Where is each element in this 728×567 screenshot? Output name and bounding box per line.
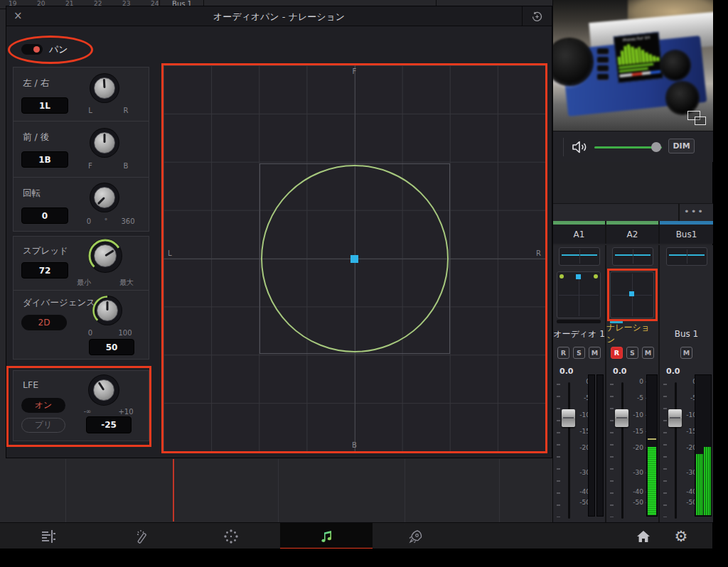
track-name-bus[interactable]: Bus 1 [660,325,713,342]
reset-history-icon [531,11,543,23]
mute-button-a2[interactable]: M [642,347,654,359]
divergence-knob[interactable] [93,296,122,325]
color-dots-icon[interactable] [223,528,240,545]
playhead[interactable] [173,459,174,522]
fader-ticks [610,384,614,517]
page-tab-bar: ⚙ [0,522,712,549]
knob-min-label: 0 [82,217,96,225]
control-label: 回転 [23,188,41,200]
mixer-options-icon[interactable]: ••• [684,206,705,217]
control-label: LFE [23,379,38,390]
surround-pan-grid[interactable]: F B L R [164,65,545,451]
volume-handle[interactable] [651,142,661,152]
meter-fill [696,454,703,515]
front-back-knob[interactable] [90,129,119,157]
mute-button-a1[interactable]: M [589,347,601,359]
front-back-value[interactable]: 1B [21,151,68,168]
home-icon[interactable] [635,528,652,545]
eq-thumbnail-bus[interactable] [666,247,707,266]
rotation-knob[interactable] [90,183,119,212]
mixer-menu-row: ••• [553,203,713,221]
media-pool-icon[interactable] [40,528,57,545]
record-arm-button-a2[interactable]: R [611,347,623,359]
control-label: 左 / 右 [23,77,49,90]
device-knob [661,51,690,80]
video-preview[interactable]: Phones Out 3/4 [553,0,713,131]
pan-basic-group: 左 / 右 1L L R 前 / 後 1B F B 回転 0 [13,67,149,232]
lfe-knob[interactable] [89,375,119,405]
automation-bar [557,320,601,323]
lfe-on-button[interactable]: オン [21,398,65,413]
knob-max-label: 100 [114,329,136,337]
knob-max-label: B [119,162,133,170]
channel-tab-bus[interactable]: Bus1 [660,225,713,244]
davinci-fairlight-screen: 19 20 21 22 23 24 Bus 1 × オーディオパン - ナレーシ… [0,0,728,567]
rotation-value[interactable]: 0 [21,207,68,224]
level-meter-a1-left [588,374,595,517]
knob-min-label: -∞ [79,408,96,415]
channel-tab-a2[interactable]: A2 [606,225,658,244]
pan-thumbnail-a2[interactable] [610,271,654,318]
pan-position-marker [576,274,581,279]
knob-max-label: +10 [116,408,136,416]
lfe-value[interactable]: -25 [86,416,132,433]
fader-handle-bus[interactable] [668,409,682,427]
knob-pointer [104,134,106,143]
divergence-value[interactable]: 50 [89,339,134,355]
separator [678,204,680,222]
device-spectrum [616,40,660,65]
pan-thumbnail-a1[interactable] [557,271,601,318]
deliver-rocket-icon[interactable] [407,528,424,545]
edit-wand-icon[interactable] [134,528,151,545]
spread-knob[interactable] [89,239,122,272]
left-right-knob[interactable] [90,74,119,102]
grid-label-front: F [353,68,357,75]
timeline-gridline [499,459,500,522]
spread-value[interactable]: 72 [21,262,68,279]
knob-face [93,379,114,401]
control-label: ダイバージェンス [23,297,95,309]
pan-toggle[interactable] [21,44,43,55]
settings-gear-icon[interactable]: ⚙ [673,528,690,545]
track-name-a2[interactable]: ナレーション [606,325,658,342]
lfe-pre-button[interactable]: プリ [21,418,65,433]
divergence-mode-button[interactable]: 2D [21,315,67,330]
eq-thumbnail-a1[interactable] [559,247,600,266]
fader-handle-a1[interactable] [562,409,575,427]
level-meter-a1-right [596,374,604,517]
eq-thumbnail-a2[interactable] [612,247,653,266]
pan-puck[interactable] [350,255,358,263]
fader-track [568,382,570,519]
control-lfe: LFE オン -∞ +10 プリ -25 [14,371,149,441]
mute-button-bus[interactable]: M [680,347,692,359]
screen-margin [713,0,728,567]
record-arm-button-a1[interactable]: R [557,347,569,359]
solo-button-a2[interactable]: S [626,347,638,359]
control-spread: スプレッド 72 最小 最大 [14,237,149,290]
channel-tab-a1[interactable]: A1 [553,225,605,244]
knob-max-label: 最大 [116,278,137,288]
meter-cell-bus: 0.0 0-5-10-15 -20-30-40-50 [660,364,713,522]
channel-headers: A1 A2 Bus1 [553,225,713,244]
fairlight-music-icon[interactable] [318,528,335,545]
meter-peak [648,438,656,440]
solo-button-a1[interactable]: S [573,347,585,359]
control-front-back: 前 / 後 1B F B [14,121,149,177]
track-name-a1[interactable]: オーディオ 1 [553,325,605,342]
dialog-titlebar: × オーディオパン - ナレーション [6,6,552,26]
knob-pointer [107,301,109,310]
speaker-icon[interactable] [571,139,587,155]
eq-row [553,245,713,269]
fader-handle-a2[interactable] [615,409,628,427]
rsm-row: R S M R S M M [553,342,713,364]
knob-min-label: 最小 [73,278,95,288]
reset-button[interactable] [522,6,552,26]
dim-button[interactable]: DIM [668,139,695,153]
picture-in-picture-icon[interactable] [687,111,706,125]
monitor-volume-slider[interactable] [594,141,665,153]
timeline-gridline [405,459,405,522]
left-right-value[interactable]: 1L [21,97,68,114]
knob-min-label: F [83,162,97,170]
fader-ticks [557,384,560,517]
control-label: スプレッド [23,245,68,257]
